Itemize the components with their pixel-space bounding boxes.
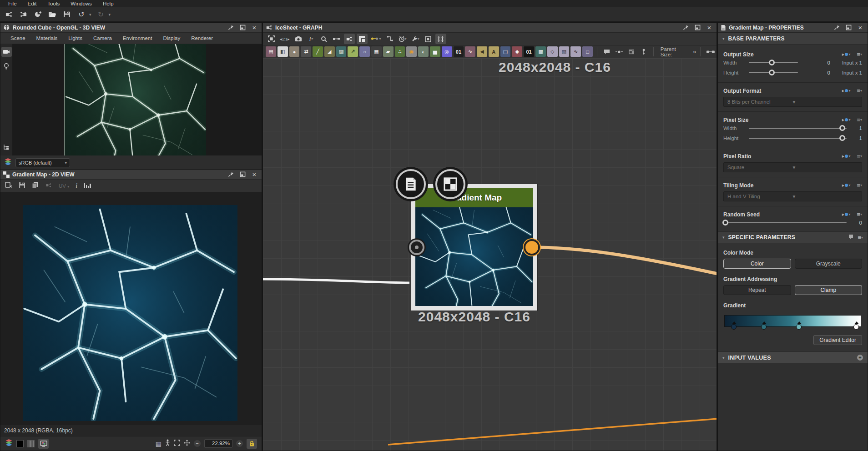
- pin-icon[interactable]: [227, 171, 234, 178]
- palette-channel-shuffle[interactable]: ⇄: [301, 46, 311, 57]
- 3d-menu-environment[interactable]: Environment: [117, 35, 158, 41]
- options-menu-icon[interactable]: ≡▾: [857, 116, 862, 123]
- pin-icon[interactable]: [227, 24, 234, 31]
- menu-file[interactable]: File: [3, 0, 22, 7]
- colorspace-dropdown[interactable]: sRGB (default) ▾: [15, 158, 70, 167]
- 2d-view-titlebar[interactable]: Gradient Map - 2D VIEW ×: [0, 170, 262, 180]
- scene-tree-icon[interactable]: [1, 142, 12, 152]
- tiling-mode-dropdown[interactable]: H and V Tiling ▾: [723, 191, 862, 201]
- anchor-pin-icon[interactable]: [638, 46, 649, 57]
- palette-gradient-dynamic[interactable]: ◉: [406, 46, 417, 57]
- redo-options-chevron[interactable]: ▾: [109, 12, 111, 17]
- 3d-menu-renderer[interactable]: Renderer: [186, 35, 218, 41]
- new-package-icon[interactable]: [32, 9, 44, 20]
- palette-text[interactable]: A: [489, 46, 499, 57]
- save-icon[interactable]: [61, 9, 73, 20]
- palette-mirror[interactable]: ◀: [477, 46, 487, 57]
- info-display-icon[interactable]: i▾: [306, 34, 317, 44]
- gradient-stop[interactable]: [731, 319, 737, 330]
- function-icon[interactable]: ▸▾: [842, 88, 851, 94]
- fit-view-icon[interactable]: [266, 34, 277, 44]
- add-input-value-icon[interactable]: +: [857, 355, 863, 361]
- 2d-canvas[interactable]: [0, 192, 262, 425]
- maximize-icon[interactable]: [845, 24, 852, 31]
- palette-curve-editor[interactable]: ∿: [465, 46, 475, 57]
- layers-icon[interactable]: [5, 439, 13, 448]
- pin-icon[interactable]: [833, 24, 840, 31]
- 3d-menu-materials[interactable]: Materials: [31, 35, 63, 41]
- gradient-stop[interactable]: [796, 319, 802, 330]
- camera-view-icon[interactable]: [1, 47, 12, 57]
- function-icon[interactable]: ▸▾: [842, 211, 851, 217]
- palette-gradient-grayscale[interactable]: ▧: [559, 46, 570, 57]
- palette-levels[interactable]: ▅: [430, 46, 440, 57]
- 3d-menu-camera[interactable]: Camera: [88, 35, 117, 41]
- gradient-editor-button[interactable]: Gradient Editor: [813, 335, 862, 345]
- menu-help[interactable]: Help: [97, 0, 119, 7]
- section-base-parameters[interactable]: ▾ BASE PARAMETERS: [718, 33, 868, 45]
- tiling-preview-swatch[interactable]: [27, 440, 35, 447]
- section-specific-parameters[interactable]: ▾ SPECIFIC PARAMETERS ≡▾: [718, 231, 868, 243]
- layers-icon[interactable]: [4, 158, 12, 167]
- options-menu-icon[interactable]: ≡▾: [858, 234, 863, 241]
- graph-titlebar[interactable]: IceSheet - GRAPH ×: [263, 23, 717, 33]
- height-slider[interactable]: [749, 72, 798, 73]
- new-graph-icon[interactable]: [17, 9, 29, 20]
- addressing-clamp-button[interactable]: Clamp: [795, 285, 863, 295]
- mannequin-icon[interactable]: [165, 439, 170, 448]
- palette-flood-fill[interactable]: ▰: [383, 46, 394, 57]
- search-icon[interactable]: [318, 34, 329, 44]
- display-filter-icon[interactable]: [38, 439, 49, 449]
- options-menu-icon[interactable]: ≡▾: [857, 182, 862, 189]
- lock-zoom-icon[interactable]: [247, 439, 257, 449]
- 3d-view-titlebar[interactable]: Rounded Cube - OpenGL - 3D VIEW ×: [0, 23, 262, 33]
- zoom-level-field[interactable]: 22.92%: [204, 439, 232, 448]
- section-input-values[interactable]: ▾ INPUT VALUES +: [718, 351, 868, 363]
- stack-view-icon[interactable]: [357, 34, 368, 44]
- palette-fx-map[interactable]: ○: [359, 46, 370, 57]
- actual-size-icon[interactable]: ◂1:1▸: [278, 34, 291, 44]
- options-menu-icon[interactable]: ≡▾: [857, 87, 862, 94]
- width-value[interactable]: 1: [850, 125, 862, 131]
- options-menu-icon[interactable]: ≡▾: [857, 153, 862, 160]
- palette-crystal[interactable]: ▩: [535, 46, 546, 57]
- maximize-icon[interactable]: [239, 24, 246, 31]
- pixel-ratio-dropdown[interactable]: Square ▾: [723, 162, 862, 172]
- undo-icon[interactable]: ↺: [76, 9, 87, 20]
- close-icon[interactable]: ×: [251, 171, 258, 178]
- width-value[interactable]: 0: [818, 60, 830, 65]
- palette-value[interactable]: 01: [524, 46, 534, 57]
- palette-transform-2d[interactable]: ▢: [500, 46, 511, 57]
- zoom-in-button[interactable]: +: [236, 440, 243, 447]
- pan-icon[interactable]: [184, 440, 190, 448]
- link-create-icon[interactable]: [331, 34, 342, 44]
- grid-icon[interactable]: ▦: [156, 440, 161, 447]
- palette-blur[interactable]: ●: [289, 46, 300, 57]
- link-routing-icon[interactable]: [384, 34, 395, 44]
- new-substance-icon[interactable]: [3, 9, 15, 20]
- palette-grayscale-conversion[interactable]: ◐: [418, 46, 429, 57]
- function-icon[interactable]: ▸▾: [842, 51, 851, 57]
- function-icon[interactable]: ▸▾: [842, 182, 851, 188]
- node-attributes-badge[interactable]: [396, 169, 426, 199]
- node-output-connector[interactable]: [524, 239, 540, 256]
- palette-square-grayscale[interactable]: □: [582, 46, 593, 57]
- menu-edit[interactable]: Edit: [22, 0, 42, 7]
- gradient-stop[interactable]: [761, 319, 767, 330]
- options-menu-icon[interactable]: ≡▾: [857, 51, 862, 58]
- output-format-dropdown[interactable]: 8 Bits per Channel ▾: [723, 97, 862, 107]
- gradient-stop[interactable]: [853, 319, 860, 330]
- fit-frame-icon[interactable]: [174, 440, 180, 448]
- frame-node-icon[interactable]: [626, 46, 637, 57]
- save-image-icon[interactable]: [19, 182, 25, 190]
- close-icon[interactable]: ×: [706, 24, 713, 31]
- tools-wrench-icon[interactable]: ▾: [410, 34, 421, 44]
- palette-normal[interactable]: 01: [454, 46, 464, 57]
- menu-windows[interactable]: Windows: [65, 0, 97, 7]
- palette-curve-grayscale[interactable]: ∿: [570, 46, 581, 57]
- copy-image-icon[interactable]: [32, 181, 39, 190]
- undo-options-chevron[interactable]: ▾: [89, 12, 91, 17]
- color-mode-color-button[interactable]: Color: [723, 259, 791, 269]
- maximize-icon[interactable]: [239, 171, 246, 178]
- gradient-stops[interactable]: [724, 315, 861, 327]
